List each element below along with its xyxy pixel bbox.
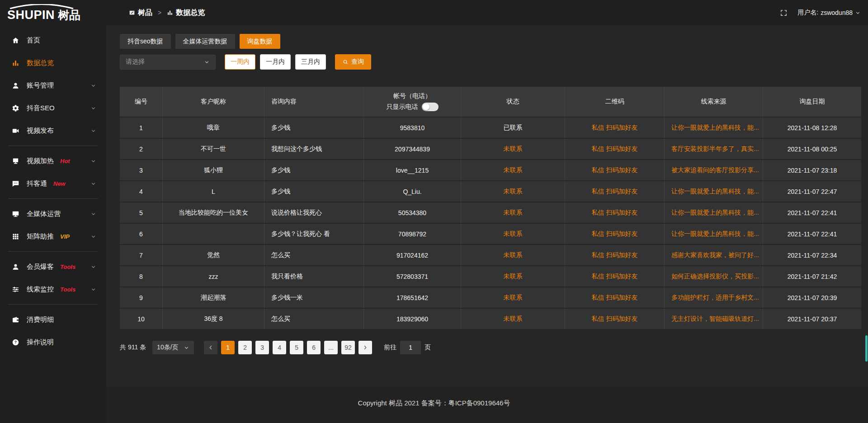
sidebar-item-home[interactable]: 首页 [0, 29, 106, 52]
page-button-4[interactable]: 4 [273, 341, 286, 354]
cell-source: 被大家追着问的客厅投影分享... [665, 160, 763, 180]
prev-page-button[interactable] [204, 341, 217, 354]
page-button-3[interactable]: 3 [255, 341, 269, 354]
page-button-5[interactable]: 5 [290, 341, 303, 354]
source-link[interactable]: 让你一眼就爱上的黑科技，能... [671, 124, 759, 132]
sidebar-item-media-operation[interactable]: 全媒体运营 [0, 202, 106, 225]
cell-status: 未联系 [461, 202, 565, 223]
cell-content: 说说价格让我死心 [264, 202, 364, 223]
source-link[interactable]: 让你一眼就爱上的黑科技，能... [671, 209, 759, 217]
logo-text-en: SHUPIN [7, 9, 55, 21]
cell-id: 10 [120, 309, 163, 329]
qr-actions-link[interactable]: 私信 扫码加好友 [592, 273, 638, 281]
table-header-row: 编号客户昵称咨询内容帐号（电话）只显示电话状态二维码线索来源询盘日期 [120, 87, 861, 117]
page-button-1[interactable]: 1 [221, 341, 235, 354]
source-link[interactable]: 多功能护栏灯，适用于乡村文... [671, 294, 759, 302]
cell-account: 572803371 [364, 266, 461, 287]
range-button-quarter[interactable]: 三月内 [295, 54, 326, 70]
range-button-month[interactable]: 一月内 [260, 54, 291, 70]
sidebar-item-consumption-detail[interactable]: 消费明细 [0, 308, 106, 331]
source-link[interactable]: 被大家追着问的客厅投影分享... [671, 166, 759, 174]
page-ellipsis-button[interactable]: ... [324, 341, 338, 354]
page-size-value: 10条/页 [157, 343, 178, 352]
sidebar-item-operation-guide[interactable]: ?操作说明 [0, 331, 106, 353]
cell-id: 7 [120, 245, 163, 265]
breadcrumb-item-home[interactable]: 树品 [129, 8, 152, 18]
chevron-down-icon [90, 234, 96, 240]
page-button-92[interactable]: 92 [341, 341, 355, 354]
breadcrumb-item-current[interactable]: 数据总览 [167, 8, 205, 18]
search-button-label: 查询 [351, 58, 364, 66]
cell-id: 3 [120, 160, 163, 180]
cell-source: 多功能护栏灯，适用于乡村文... [665, 287, 763, 308]
sidebar-item-label: 矩阵助推 [27, 232, 54, 241]
goto-page-input[interactable] [400, 341, 421, 354]
source-link[interactable]: 客厅安装投影半年多了，真实... [671, 145, 759, 153]
cell-qr: 私信 扫码加好友 [565, 287, 665, 308]
sidebar: SHUPIN 树品 首页数据总览账号管理抖音SEO视频发布视频加热Hot抖客通N… [0, 0, 106, 423]
range-buttons: 一周内一月内三月内 [225, 54, 326, 70]
sidebar-item-member-burst[interactable]: 会员爆客Tools [0, 255, 106, 278]
tab-media-operation-data[interactable]: 全媒体运营数据 [175, 34, 235, 49]
filter-select-placeholder: 请选择 [126, 58, 145, 66]
status-badge: 未联系 [504, 209, 523, 217]
sidebar-item-label: 操作说明 [27, 338, 54, 347]
cell-date: 2021-11-07 20:37 [763, 309, 861, 329]
column-header-6: 线索来源 [665, 87, 763, 117]
sidebar-item-data-overview[interactable]: 数据总览 [0, 52, 106, 74]
search-button[interactable]: 查询 [335, 54, 371, 70]
source-link[interactable]: 让你一眼就爱上的黑科技，能... [671, 188, 759, 196]
cell-date: 2021-11-07 22:41 [763, 224, 861, 244]
sidebar-item-matrix-boost[interactable]: 矩阵助推VIP [0, 225, 106, 248]
column-header-3: 帐号（电话）只显示电话 [364, 87, 461, 117]
page-size-select[interactable]: 10条/页 [152, 341, 194, 354]
sidebar-item-badge: VIP [60, 233, 70, 240]
table-row: 6多少钱？让我死心 看70898792未联系私信 扫码加好友让你一眼就爱上的黑科… [120, 223, 861, 244]
qr-actions-link[interactable]: 私信 扫码加好友 [592, 124, 638, 132]
chevron-left-icon [208, 344, 214, 351]
cell-source: 客厅安装投影半年多了，真实... [665, 139, 763, 159]
source-link[interactable]: 感谢大家喜欢我家，被问了好... [671, 251, 759, 259]
qr-actions-link[interactable]: 私信 扫码加好友 [592, 294, 638, 302]
qr-actions-link[interactable]: 私信 扫码加好友 [592, 230, 638, 238]
range-button-week[interactable]: 一周内 [225, 54, 255, 70]
cell-status: 未联系 [461, 224, 565, 244]
pagination: 共 911 条 10条/页 123456...92 前往 页 [120, 341, 868, 354]
tab-douyin-seo-data[interactable]: 抖音seo数据 [120, 34, 171, 49]
column-header-5: 二维码 [565, 87, 665, 117]
tab-inquiry-data[interactable]: 询盘数据 [240, 34, 280, 49]
sidebar-item-video-heating[interactable]: 视频加热Hot [0, 150, 106, 172]
table-row: 2不可一世我想问这个多少钱2097344839未联系私信 扫码加好友客厅安装投影… [120, 138, 861, 159]
fullscreen-icon[interactable] [780, 9, 788, 17]
page-button-2[interactable]: 2 [238, 341, 252, 354]
source-link[interactable]: 让你一眼就爱上的黑科技，能... [671, 230, 759, 238]
source-link[interactable]: 无主灯设计，智能磁吸轨道灯... [671, 315, 759, 323]
user-menu[interactable]: 用户名: zswodun88 [797, 9, 861, 17]
cell-account: 9583810 [364, 118, 461, 138]
qr-actions-link[interactable]: 私信 扫码加好友 [592, 166, 638, 174]
scrollbar-thumb[interactable] [865, 335, 868, 362]
cell-content: 多少钱 [264, 160, 364, 180]
sidebar-item-douyin-seo[interactable]: 抖音SEO [0, 97, 106, 119]
qr-actions-link[interactable]: 私信 扫码加好友 [592, 209, 638, 217]
cell-id: 8 [120, 266, 163, 287]
cell-status: 未联系 [461, 266, 565, 287]
sidebar-item-account-management[interactable]: 账号管理 [0, 74, 106, 97]
page-button-6[interactable]: 6 [307, 341, 321, 354]
phone-only-toggle[interactable] [422, 103, 439, 111]
qr-actions-link[interactable]: 私信 扫码加好友 [592, 188, 638, 196]
page-buttons: 123456...92 [221, 341, 355, 354]
qr-actions-link[interactable]: 私信 扫码加好友 [592, 315, 638, 323]
source-link[interactable]: 如何正确选择投影仪，买投影... [671, 273, 759, 281]
table-row: 8zzz我只看价格572803371未联系私信 扫码加好友如何正确选择投影仪，买… [120, 265, 861, 287]
filter-select[interactable]: 请选择 [120, 55, 216, 70]
qr-actions-link[interactable]: 私信 扫码加好友 [592, 251, 638, 259]
sliders-icon [12, 286, 20, 293]
cell-nickname: 不可一世 [163, 139, 264, 159]
sidebar-item-video-publish[interactable]: 视频发布 [0, 119, 106, 142]
next-page-button[interactable] [359, 341, 372, 354]
cell-content: 多少钱一米 [264, 287, 364, 308]
qr-actions-link[interactable]: 私信 扫码加好友 [592, 145, 638, 153]
sidebar-item-lead-monitor[interactable]: 线索监控Tools [0, 278, 106, 301]
sidebar-item-douketong[interactable]: 抖客通New [0, 172, 106, 195]
